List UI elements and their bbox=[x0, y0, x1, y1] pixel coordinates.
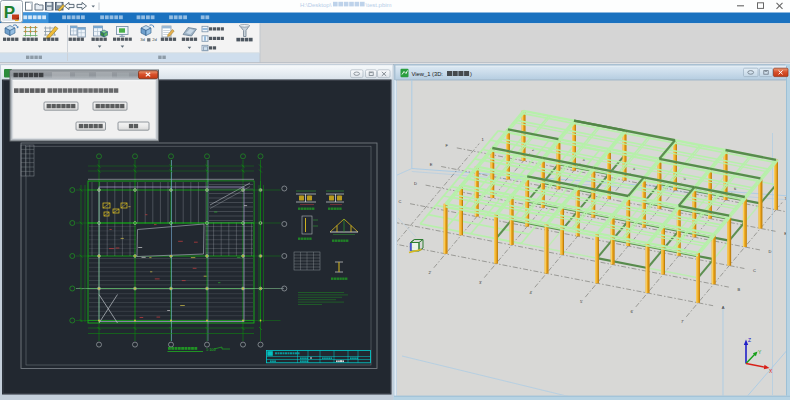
svg-text:C: C bbox=[398, 199, 401, 204]
svg-text:): ) bbox=[470, 71, 472, 77]
svg-text:H:\Desktop\: H:\Desktop\ bbox=[300, 2, 332, 8]
svg-text:C: C bbox=[753, 268, 756, 273]
svg-text:B: B bbox=[738, 287, 741, 292]
svg-text:Z: Z bbox=[748, 337, 751, 343]
svg-text:A: A bbox=[722, 305, 725, 310]
svg-text:\test.pbim: \test.pbim bbox=[366, 2, 392, 8]
svg-text:2d: 2d bbox=[152, 37, 157, 42]
svg-text:7': 7' bbox=[681, 319, 684, 324]
svg-text:D: D bbox=[769, 249, 772, 254]
svg-text:E: E bbox=[430, 162, 433, 167]
svg-text:3d: 3d bbox=[140, 37, 145, 42]
svg-text:5': 5' bbox=[580, 299, 583, 304]
svg-text:3': 3' bbox=[479, 280, 482, 285]
svg-text:D: D bbox=[414, 181, 417, 186]
svg-text:4': 4' bbox=[529, 290, 532, 295]
svg-text:6': 6' bbox=[630, 309, 633, 314]
svg-text:1:100: 1:100 bbox=[206, 348, 216, 352]
svg-text:2': 2' bbox=[428, 270, 431, 275]
svg-text:View_1 (3D:: View_1 (3D: bbox=[412, 71, 444, 77]
